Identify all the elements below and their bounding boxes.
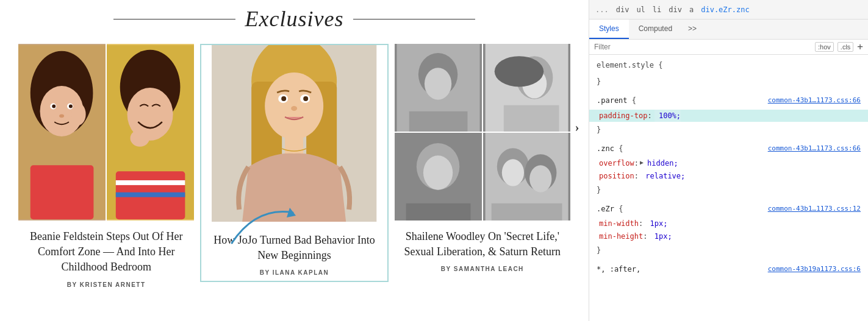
znc-selector-text: .znc: [597, 144, 614, 153]
article-1-images: [18, 44, 194, 220]
svg-point-7: [59, 114, 64, 118]
filter-hov-button[interactable]: :hov: [815, 42, 834, 52]
eZr-source-link[interactable]: common-43b1…1173.css:12: [768, 203, 861, 214]
article-1-image-right: [107, 44, 194, 220]
znc-prop-overflow: overflow : ▶ hidden;: [589, 157, 868, 169]
article-1-author: BY KRISTEN ARNETT: [67, 281, 146, 288]
devtools-panel: ... div ul li div a div.eZr.znc Styles C…: [589, 0, 868, 321]
devtools-filter: :hov .cls +: [589, 40, 868, 55]
parent-prop-name: padding-top: [599, 110, 647, 122]
svg-point-27: [291, 106, 297, 111]
tab-computed[interactable]: Computed: [629, 19, 682, 39]
svg-rect-41: [406, 203, 470, 220]
section-title: Exclusives: [245, 6, 344, 32]
eZr-prop-min-width: min-width : 1px;: [589, 217, 868, 230]
article-card-2[interactable]: How JoJo Turned Bad Behavior Into New Be…: [200, 44, 388, 282]
css-rule-eZr: .eZr { common-43b1…1173.css:12 min-width…: [589, 201, 868, 259]
header-line-left: [113, 19, 235, 19]
css-rule-element-style-close: }: [589, 74, 868, 90]
overflow-arrow-icon[interactable]: ▶: [640, 157, 644, 169]
znc-prop-position-value: relative;: [641, 170, 685, 182]
znc-prop-overflow-value: hidden;: [647, 157, 678, 169]
breadcrumb-div1[interactable]: div: [616, 5, 629, 14]
znc-brace-open: {: [619, 144, 623, 153]
css-rule-znc: .znc { common-43b1…1173.css:66 overflow …: [589, 141, 868, 199]
css-rule-after: *, :after, common-43b19a1173.css:6: [589, 261, 868, 278]
main-content: Exclusives: [0, 0, 589, 321]
article-3-title[interactable]: Shailene Woodley On 'Secret Life,' Sexua…: [395, 229, 570, 259]
css-rule-parent-close: }: [589, 122, 868, 138]
svg-point-5: [52, 105, 56, 108]
tab-styles[interactable]: Styles: [589, 19, 629, 39]
article-2-title[interactable]: How JoJo Turned Bad Behavior Into New Be…: [206, 233, 382, 263]
parent-brace-open: {: [632, 96, 636, 105]
breadcrumb-div2[interactable]: div: [669, 5, 682, 14]
article-3-image-br: [483, 133, 570, 220]
svg-point-6: [69, 105, 73, 108]
css-rule-znc-close: }: [589, 182, 868, 199]
eZr-prop-min-width-name: min-width: [599, 217, 639, 230]
header-line-right: [353, 19, 475, 19]
znc-prop-overflow-name: overflow: [599, 157, 634, 169]
filter-plus-button[interactable]: +: [857, 42, 863, 52]
article-2-author: BY ILANA KAPLAN: [260, 269, 329, 276]
breadcrumb-dots[interactable]: ...: [595, 5, 609, 14]
article-3-author: BY SAMANTHA LEACH: [441, 266, 524, 272]
eZr-prop-min-width-value: 1px;: [645, 217, 667, 230]
filter-input[interactable]: [594, 43, 811, 51]
css-rule-after-line: *, :after, common-43b19a1173.css:6: [589, 261, 868, 278]
parent-prop-padding-top: padding-top : 100%;: [589, 110, 868, 122]
article-1-title[interactable]: Beanie Feldstein Steps Out Of Her Comfor…: [18, 229, 194, 275]
breadcrumb-li[interactable]: li: [653, 5, 661, 14]
svg-point-9: [71, 104, 86, 125]
svg-point-26: [303, 96, 308, 101]
svg-point-31: [425, 68, 451, 99]
article-2-image-container: [206, 45, 382, 224]
znc-prop-position: position : relative;: [589, 170, 868, 182]
css-rule-parent-selector: .parent { common-43b1…1173.css:66: [589, 93, 868, 109]
css-rule-eZr-close: }: [589, 242, 868, 259]
breadcrumb-ul[interactable]: ul: [636, 5, 645, 14]
parent-prop-value: 100%;: [655, 110, 681, 122]
article-card-1[interactable]: Beanie Feldstein Steps Out Of Her Comfor…: [12, 44, 200, 288]
svg-point-44: [502, 159, 524, 186]
css-rule-eZr-selector: .eZr { common-43b1…1173.css:12: [589, 201, 868, 217]
znc-source-link[interactable]: common-43b1…1173.css:66: [768, 143, 861, 154]
filter-cls-button[interactable]: .cls: [838, 42, 854, 52]
next-arrow[interactable]: ›: [567, 117, 587, 138]
devtools-rules: element.style { } .parent { common-43b1……: [589, 55, 868, 321]
after-source-link[interactable]: common-43b19a1173.css:6: [768, 264, 861, 275]
breadcrumb-a[interactable]: a: [689, 5, 694, 14]
after-selector-text: *, :after,: [597, 265, 640, 273]
svg-point-40: [423, 155, 453, 189]
articles-row: Beanie Feldstein Steps Out Of Her Comfor…: [12, 44, 576, 288]
devtools-breadcrumb: ... div ul li div a div.eZr.znc: [589, 0, 868, 19]
svg-rect-47: [491, 203, 562, 220]
svg-rect-14: [116, 180, 185, 185]
article-3-image-bl: [395, 133, 482, 220]
eZr-selector-text: .eZr: [597, 205, 614, 213]
svg-rect-32: [409, 111, 467, 132]
article-card-3[interactable]: Shailene Woodley On 'Secret Life,' Sexua…: [389, 44, 576, 272]
article-3-image-tr: [483, 44, 570, 132]
svg-rect-15: [116, 192, 185, 197]
breadcrumb-active[interactable]: div.eZr.znc: [701, 5, 749, 14]
section-header: Exclusives: [12, 6, 576, 32]
css-rule-znc-selector: .znc { common-43b1…1173.css:66: [589, 141, 868, 157]
svg-point-16: [131, 130, 150, 147]
article-1-image-left: [18, 44, 106, 220]
parent-source-link[interactable]: common-43b1…1173.css:66: [768, 95, 861, 106]
svg-point-25: [281, 96, 286, 101]
eZr-prop-min-height: min-height : 1px;: [589, 230, 868, 242]
css-rule-parent: .parent { common-43b1…1173.css:66 paddin…: [589, 93, 868, 138]
article-3-images: [395, 44, 570, 220]
devtools-tabs: Styles Computed >>: [589, 19, 868, 40]
eZr-prop-min-height-name: min-height: [599, 230, 643, 242]
svg-point-46: [529, 165, 551, 192]
svg-rect-8: [30, 165, 94, 219]
css-rule-element-style-line: element.style {: [589, 57, 868, 74]
tab-more[interactable]: >>: [682, 19, 703, 39]
eZr-prop-min-height-value: 1px;: [650, 230, 672, 242]
parent-selector-text: .parent: [597, 96, 628, 105]
element-style-selector: element.style {: [597, 61, 662, 69]
